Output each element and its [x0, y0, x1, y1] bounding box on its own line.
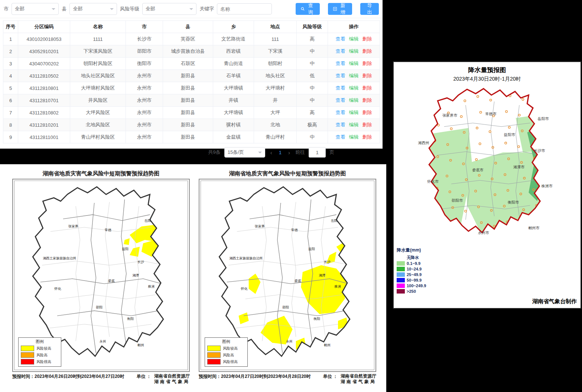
city-filter-label: 市 [4, 6, 9, 12]
cell-town: 西岩镇 [213, 45, 254, 58]
delete-link[interactable]: 删除 [362, 134, 372, 140]
search-icon [301, 7, 305, 11]
precip-legend-title: 降水量(mm) [397, 247, 426, 253]
cell-place: 青山坪村 [254, 131, 297, 143]
station-marker-icon [534, 126, 536, 127]
edit-link[interactable]: 编辑 [349, 97, 359, 103]
station-marker-icon [505, 142, 507, 144]
legend-item: 风险很高 [207, 359, 245, 365]
cell-level: 中 [297, 58, 328, 70]
station-marker-icon [477, 95, 479, 97]
precip-credit: 湖南省气象台制作 [532, 298, 577, 305]
view-link[interactable]: 查看 [336, 48, 345, 54]
cell-city: 永州市 [126, 131, 163, 143]
view-link[interactable]: 查看 [336, 85, 345, 91]
cell-actions: 查看编辑删除 [328, 94, 380, 107]
station-marker-icon [490, 99, 491, 101]
cell-code: 43112810502 [18, 70, 70, 82]
view-link[interactable]: 查看 [336, 61, 345, 66]
cell-town: 金盆镇 [213, 131, 254, 143]
view-link[interactable]: 查看 [336, 110, 345, 115]
goto-label: 前往 [295, 149, 305, 156]
view-link[interactable]: 查看 [336, 97, 345, 103]
legend-label: 风险高 [223, 353, 234, 358]
cell-seq: 3 [3, 58, 18, 70]
edit-link[interactable]: 编辑 [349, 85, 359, 91]
add-button[interactable]: 新增 [328, 3, 352, 15]
cell-name: 地头社区风险区 [70, 70, 126, 82]
export-button[interactable]: 导出 [360, 3, 379, 15]
edit-link[interactable]: 编辑 [349, 61, 359, 66]
view-link[interactable]: 查看 [336, 36, 345, 42]
delete-link[interactable]: 删除 [362, 97, 372, 103]
legend-swatch [21, 352, 34, 358]
province-outline [33, 187, 163, 356]
cell-actions: 查看编辑删除 [328, 45, 380, 58]
edit-link[interactable]: 编辑 [349, 110, 359, 115]
pagination: 共9条 15条/页 ‹ 1 › 前往 页 [0, 143, 383, 158]
next-page-button[interactable]: › [287, 149, 292, 156]
keyword-filter-label: 关键字 [199, 6, 214, 12]
legend-item: >250 [397, 288, 426, 294]
precip-map-area: 湘西州张家界市常德市岳阳市益阳市长沙市娄底市湘潭市株洲市怀化市邵阳市衡阳市永州市… [394, 84, 581, 244]
legend-item: 风险较高 [21, 346, 59, 351]
geohazard-maps-panel: 湖南省地质灾害气象风险中短期预警预报趋势图 [0, 164, 386, 392]
delete-link[interactable]: 删除 [362, 110, 372, 115]
cell-actions: 查看编辑删除 [328, 58, 380, 70]
cell-place: 大坪塘村 [254, 82, 297, 94]
page-size-value: 15条/页 [228, 149, 244, 156]
prev-page-button[interactable]: ‹ [269, 149, 274, 156]
legend-item: 风险高 [207, 352, 245, 358]
page-size-select[interactable]: 15条/页 [224, 147, 265, 158]
cell-county: 新田县 [163, 119, 213, 131]
keyword-input[interactable] [217, 3, 272, 14]
cell-name: 下宋溪风险区 [70, 45, 126, 58]
delete-link[interactable]: 删除 [362, 36, 372, 42]
risk-table-panel: 市 全部 县 全部 风险等级 全部 关键字 查询 [0, 0, 383, 149]
cell-county: 芙蓉区 [163, 33, 213, 45]
county-select-value: 全部 [73, 6, 82, 12]
legend-title: 图例 [21, 339, 59, 344]
station-marker-icon [448, 222, 450, 224]
cell-seq: 8 [3, 119, 18, 131]
cell-county: 新田县 [163, 131, 213, 143]
edit-link[interactable]: 编辑 [349, 122, 359, 127]
view-link[interactable]: 查看 [336, 134, 345, 140]
delete-link[interactable]: 删除 [362, 85, 372, 91]
delete-link[interactable]: 删除 [362, 73, 372, 78]
city-select[interactable]: 全部 [12, 3, 59, 15]
cell-level: 高 [297, 107, 328, 119]
search-button[interactable]: 查询 [296, 3, 320, 15]
cell-seq: 1 [3, 33, 18, 45]
edit-link[interactable]: 编辑 [349, 134, 359, 140]
edit-link[interactable]: 编辑 [349, 48, 359, 54]
cell-level: 中 [297, 131, 328, 143]
station-marker-icon [508, 126, 510, 128]
station-marker-icon [492, 115, 494, 117]
edit-link[interactable]: 编辑 [349, 36, 359, 42]
edit-link[interactable]: 编辑 [349, 73, 359, 78]
cell-seq: 6 [3, 94, 18, 107]
cell-town: 井镇 [213, 94, 254, 107]
map-caption: 预报时间：2023年04月26日20时到2023年04月27日20时 单位 ： … [12, 373, 190, 385]
cell-town: 石羊镇 [213, 70, 254, 82]
cell-town: 文艺路街道 [213, 33, 254, 45]
current-page[interactable]: 1 [277, 150, 283, 155]
goto-page-input[interactable] [309, 147, 326, 158]
view-link[interactable]: 查看 [336, 73, 345, 78]
delete-link[interactable]: 删除 [362, 122, 372, 127]
cell-place: 北地 [254, 119, 297, 131]
legend-label: 50~99.9 [407, 278, 422, 282]
col-county: 县 [163, 21, 213, 33]
county-select[interactable]: 全部 [69, 3, 117, 15]
risk-level-select[interactable]: 全部 [142, 3, 196, 15]
station-marker-icon [450, 128, 452, 130]
risk-table-body: 143010200180531111长沙市芙蓉区文艺路街道111高查看编辑删除2… [3, 33, 380, 143]
cell-actions: 查看编辑删除 [328, 82, 380, 94]
cell-code: 43112810802 [18, 107, 70, 119]
delete-link[interactable]: 删除 [362, 48, 372, 54]
delete-link[interactable]: 删除 [362, 61, 372, 66]
view-link[interactable]: 查看 [336, 122, 345, 127]
table-row: 743112810802大坪风险区永州市新田县大坪塘镇大坪高查看编辑删除 [3, 107, 380, 119]
plus-icon [333, 7, 337, 11]
